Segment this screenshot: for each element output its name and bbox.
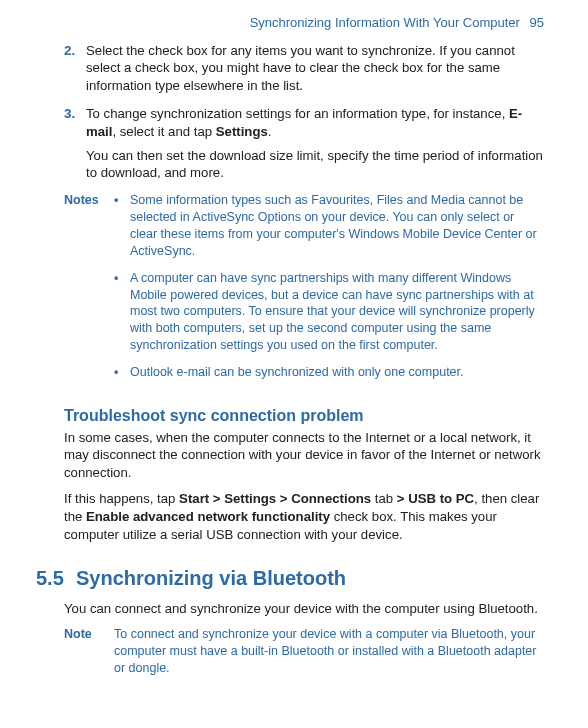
section-intro: You can connect and synchronize your dev… <box>64 600 544 618</box>
notes-block: Notes • Some information types such as F… <box>64 192 544 391</box>
step-3-line2: You can then set the download size limit… <box>86 147 544 183</box>
page-number: 95 <box>530 15 544 30</box>
section-number: 5.5 <box>36 565 76 592</box>
note-label: Note <box>64 626 114 677</box>
bold-enable: Enable advanced network functionality <box>86 509 330 524</box>
page-header: Synchronizing Information With Your Comp… <box>36 14 544 32</box>
section-title: Synchronizing via Bluetooth <box>76 565 346 592</box>
note-text: Some information types such as Favourite… <box>130 192 544 260</box>
troubleshoot-heading: Troubleshoot sync connection problem <box>64 405 544 427</box>
note-item: • A computer can have sync partnerships … <box>114 270 544 354</box>
troubleshoot-p1: In some cases, when the computer connect… <box>64 429 544 482</box>
note-text: To connect and synchronize your device w… <box>114 626 544 677</box>
note-text: Outlook e-mail can be synchronized with … <box>130 364 544 381</box>
text: . <box>268 124 272 139</box>
step-3-line1: To change synchronization settings for a… <box>86 105 544 141</box>
step-2: 2. Select the check box for any items yo… <box>64 42 544 95</box>
header-title: Synchronizing Information With Your Comp… <box>250 15 520 30</box>
bold-settings: Settings <box>216 124 268 139</box>
step-3: 3. To change synchronization settings fo… <box>64 105 544 182</box>
section-note: Note To connect and synchronize your dev… <box>64 626 544 677</box>
note-item: • Outlook e-mail can be synchronized wit… <box>114 364 544 381</box>
note-item: • Some information types such as Favouri… <box>114 192 544 260</box>
bullet-icon: • <box>114 270 130 354</box>
bold-path: Start > Settings > Connections <box>179 491 371 506</box>
step-number: 2. <box>64 42 86 95</box>
text: If this happens, tap <box>64 491 179 506</box>
section-heading-row: 5.5 Synchronizing via Bluetooth <box>36 565 544 592</box>
step-body: Select the check box for any items you w… <box>86 42 544 95</box>
step-2-text: Select the check box for any items you w… <box>86 42 544 95</box>
note-text: A computer can have sync partnerships wi… <box>130 270 544 354</box>
notes-list: • Some information types such as Favouri… <box>114 192 544 391</box>
bullet-icon: • <box>114 192 130 260</box>
step-number: 3. <box>64 105 86 182</box>
text: To change synchronization settings for a… <box>86 106 509 121</box>
text: tab <box>371 491 397 506</box>
text: , select it and tap <box>112 124 215 139</box>
notes-label: Notes <box>64 192 114 391</box>
bold-usb: > USB to PC <box>397 491 474 506</box>
bullet-icon: • <box>114 364 130 381</box>
troubleshoot-p2: If this happens, tap Start > Settings > … <box>64 490 544 543</box>
step-body: To change synchronization settings for a… <box>86 105 544 182</box>
